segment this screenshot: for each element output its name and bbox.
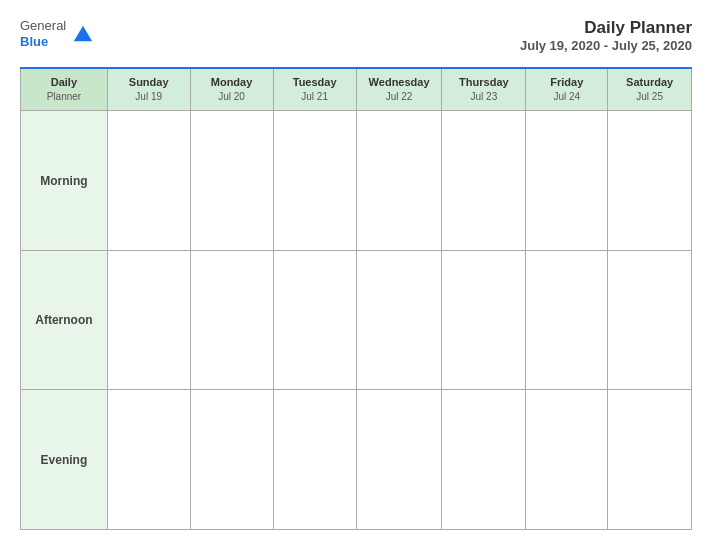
cell-afternoon-4[interactable] [442,250,526,390]
table-header-row: Daily Planner SundayJul 19MondayJul 20Tu… [21,68,692,111]
page: General Blue Daily Planner July 19, 2020… [0,0,712,550]
header-col-4: ThursdayJul 23 [442,68,526,111]
cell-evening-6[interactable] [608,390,692,530]
header: General Blue Daily Planner July 19, 2020… [20,18,692,53]
header-col-0: SundayJul 19 [107,68,190,111]
svg-marker-0 [74,25,92,41]
logo-blue: Blue [20,34,66,50]
row-label-morning: Morning [21,111,108,251]
cell-morning-0[interactable] [107,111,190,251]
first-col-line1: Daily [25,75,103,90]
cell-morning-4[interactable] [442,111,526,251]
header-col-5: FridayJul 24 [526,68,608,111]
table-row-evening: Evening [21,390,692,530]
first-col-header: Daily Planner [21,68,108,111]
logo-text: General Blue [20,18,66,49]
logo-area: General Blue [20,18,94,49]
header-col-3: WednesdayJul 22 [356,68,442,111]
logo-icon [72,23,94,45]
cell-evening-1[interactable] [190,390,273,530]
cell-afternoon-2[interactable] [273,250,356,390]
title-date: July 19, 2020 - July 25, 2020 [520,38,692,53]
cell-evening-0[interactable] [107,390,190,530]
cell-evening-2[interactable] [273,390,356,530]
title-main: Daily Planner [520,18,692,38]
logo-general: General [20,18,66,34]
planner-table: Daily Planner SundayJul 19MondayJul 20Tu… [20,67,692,530]
table-row-morning: Morning [21,111,692,251]
row-label-afternoon: Afternoon [21,250,108,390]
cell-afternoon-1[interactable] [190,250,273,390]
cell-evening-3[interactable] [356,390,442,530]
cell-afternoon-0[interactable] [107,250,190,390]
cell-afternoon-3[interactable] [356,250,442,390]
cell-evening-5[interactable] [526,390,608,530]
cell-evening-4[interactable] [442,390,526,530]
cell-afternoon-6[interactable] [608,250,692,390]
row-label-evening: Evening [21,390,108,530]
cell-morning-6[interactable] [608,111,692,251]
cell-morning-1[interactable] [190,111,273,251]
header-col-2: TuesdayJul 21 [273,68,356,111]
title-area: Daily Planner July 19, 2020 - July 25, 2… [520,18,692,53]
header-col-1: MondayJul 20 [190,68,273,111]
cell-morning-3[interactable] [356,111,442,251]
cell-morning-2[interactable] [273,111,356,251]
cell-afternoon-5[interactable] [526,250,608,390]
cell-morning-5[interactable] [526,111,608,251]
first-col-line2: Planner [25,90,103,104]
header-col-6: SaturdayJul 25 [608,68,692,111]
table-row-afternoon: Afternoon [21,250,692,390]
